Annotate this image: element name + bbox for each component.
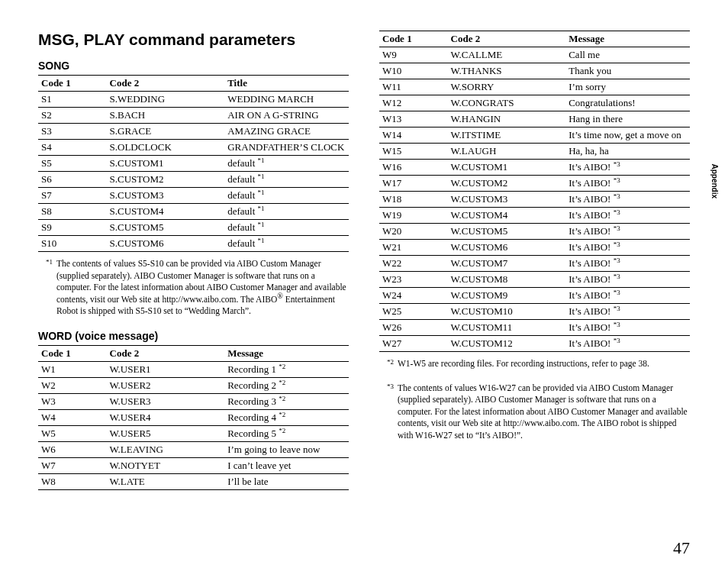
- cell-value: Recording 5 *2: [224, 425, 349, 441]
- cell-code2: W.CONGRATS: [448, 95, 566, 111]
- table-row: W6W.LEAVINGI’m going to leave now: [38, 441, 349, 457]
- table-row: W14W.ITSTIMEIt’s time now, get a move on: [379, 127, 690, 144]
- cell-code2: W.CUSTOM7: [448, 256, 566, 272]
- cell-code1: W21: [379, 240, 448, 256]
- cell-code1: W7: [38, 457, 107, 473]
- cell-value: Ha, ha, ha: [565, 144, 690, 160]
- footnote-1: *1 The contents of values S5-S10 can be …: [46, 258, 349, 318]
- word-header-code2-left: Code 2: [107, 345, 225, 361]
- cell-code2: S.WEDDING: [107, 92, 225, 108]
- cell-code2: W.CUSTOM9: [448, 288, 566, 304]
- cell-code1: W5: [38, 425, 107, 441]
- cell-value: AMAZING GRACE: [224, 124, 349, 140]
- cell-value: It’s AIBO! *3: [565, 272, 690, 288]
- table-row: W16W.CUSTOM1It’s AIBO! *3: [379, 160, 690, 176]
- cell-code2: W.USER4: [107, 409, 225, 425]
- cell-code2: S.OLDCLOCK: [107, 140, 225, 156]
- table-row: W11W.SORRYI’m sorry: [379, 79, 690, 95]
- cell-code2: S.GRACE: [107, 124, 225, 140]
- footnote-2-body: W1-W5 are recording files. For recording…: [398, 358, 690, 370]
- cell-code2: S.CUSTOM1: [107, 156, 225, 172]
- side-tab: Appendix: [710, 163, 719, 199]
- cell-code1: W2: [38, 377, 107, 393]
- cell-code2: W.LAUGH: [448, 144, 566, 160]
- cell-code2: W.USER1: [107, 361, 225, 377]
- cell-value: AIR ON A G-STRING: [224, 108, 349, 124]
- cell-value: It’s AIBO! *3: [565, 320, 690, 336]
- footnote-2-mark: *2: [387, 357, 398, 370]
- cell-value: GRANDFATHER’S CLOCK: [224, 140, 349, 156]
- cell-code2: W.CUSTOM2: [448, 176, 566, 192]
- cell-value: It’s AIBO! *3: [565, 192, 690, 208]
- cell-code2: W.NOTYET: [107, 457, 225, 473]
- cell-value: Hang in there: [565, 111, 690, 127]
- cell-value: I’m sorry: [565, 79, 690, 95]
- cell-code1: W8: [38, 473, 107, 489]
- cell-code2: S.CUSTOM4: [107, 204, 225, 220]
- cell-code1: W20: [379, 224, 448, 240]
- word-heading: WORD (voice message): [38, 330, 349, 342]
- word-header-code2-right: Code 2: [448, 31, 566, 47]
- cell-code1: W15: [379, 144, 448, 160]
- cell-value: Recording 2 *2: [224, 377, 349, 393]
- footnote-2: *2 W1-W5 are recording files. For record…: [387, 358, 690, 370]
- table-row: S4S.OLDCLOCKGRANDFATHER’S CLOCK: [38, 140, 349, 156]
- footnote-3-body: The contents of values W16-W27 can be pr…: [398, 382, 690, 442]
- cell-value: It’s AIBO! *3: [565, 208, 690, 224]
- cell-code2: W.USER5: [107, 425, 225, 441]
- table-row: W17W.CUSTOM2It’s AIBO! *3: [379, 176, 690, 192]
- table-row: W22W.CUSTOM7It’s AIBO! *3: [379, 256, 690, 272]
- cell-code1: W12: [379, 95, 448, 111]
- cell-code2: W.CALLME: [448, 47, 566, 63]
- table-row: W13W.HANGINHang in there: [379, 111, 690, 127]
- table-row: W18W.CUSTOM3It’s AIBO! *3: [379, 192, 690, 208]
- cell-code2: W.USER2: [107, 377, 225, 393]
- footnote-3: *3 The contents of values W16-W27 can be…: [387, 382, 690, 442]
- table-row: S7S.CUSTOM3default *1: [38, 188, 349, 204]
- song-tbody: S1S.WEDDINGWEDDING MARCHS2S.BACHAIR ON A…: [38, 92, 349, 252]
- footnote-1-mark: *1: [46, 257, 56, 317]
- cell-code1: W17: [379, 176, 448, 192]
- cell-code2: W.SORRY: [448, 79, 566, 95]
- cell-code2: W.CUSTOM11: [448, 320, 566, 336]
- cell-code1: S9: [38, 220, 107, 236]
- cell-code1: W6: [38, 441, 107, 457]
- table-row: W9W.CALLMECall me: [379, 47, 690, 63]
- page-title: MSG, PLAY command parameters: [38, 31, 349, 49]
- table-row: W2W.USER2Recording 2 *2: [38, 377, 349, 393]
- word-header-code1-right: Code 1: [379, 31, 448, 47]
- cell-value: Recording 4 *2: [224, 409, 349, 425]
- cell-value: default *1: [224, 188, 349, 204]
- song-header-title: Title: [224, 76, 349, 92]
- table-row: S5S.CUSTOM1default *1: [38, 156, 349, 172]
- right-column: Code 1 Code 2 Message W9W.CALLMECall meW…: [379, 31, 690, 496]
- table-row: W4W.USER4Recording 4 *2: [38, 409, 349, 425]
- table-row: S3S.GRACEAMAZING GRACE: [38, 124, 349, 140]
- cell-value: default *1: [224, 204, 349, 220]
- word-table-left: Code 1 Code 2 Message W1W.USER1Recording…: [38, 345, 349, 490]
- page-number: 47: [673, 538, 690, 558]
- song-header-code1: Code 1: [38, 76, 107, 92]
- table-row: S6S.CUSTOM2default *1: [38, 172, 349, 188]
- table-row: S2S.BACHAIR ON A G-STRING: [38, 108, 349, 124]
- cell-code2: W.CUSTOM1: [448, 160, 566, 176]
- table-row: W5W.USER5Recording 5 *2: [38, 425, 349, 441]
- cell-code1: S6: [38, 172, 107, 188]
- song-heading: SONG: [38, 60, 349, 72]
- table-row: W24W.CUSTOM9It’s AIBO! *3: [379, 288, 690, 304]
- cell-code2: W.HANGIN: [448, 111, 566, 127]
- table-row: W3W.USER3Recording 3 *2: [38, 393, 349, 409]
- song-table: Code 1 Code 2 Title S1S.WEDDINGWEDDING M…: [38, 75, 349, 252]
- cell-value: WEDDING MARCH: [224, 92, 349, 108]
- cell-value: default *1: [224, 236, 349, 252]
- cell-code1: W23: [379, 272, 448, 288]
- cell-value: default *1: [224, 156, 349, 172]
- cell-code2: W.CUSTOM10: [448, 304, 566, 320]
- table-row: S10S.CUSTOM6default *1: [38, 236, 349, 252]
- cell-value: It’s AIBO! *3: [565, 336, 690, 352]
- cell-code1: S7: [38, 188, 107, 204]
- cell-code2: S.CUSTOM5: [107, 220, 225, 236]
- cell-code2: S.BACH: [107, 108, 225, 124]
- cell-code2: W.USER3: [107, 393, 225, 409]
- table-row: W23W.CUSTOM8It’s AIBO! *3: [379, 272, 690, 288]
